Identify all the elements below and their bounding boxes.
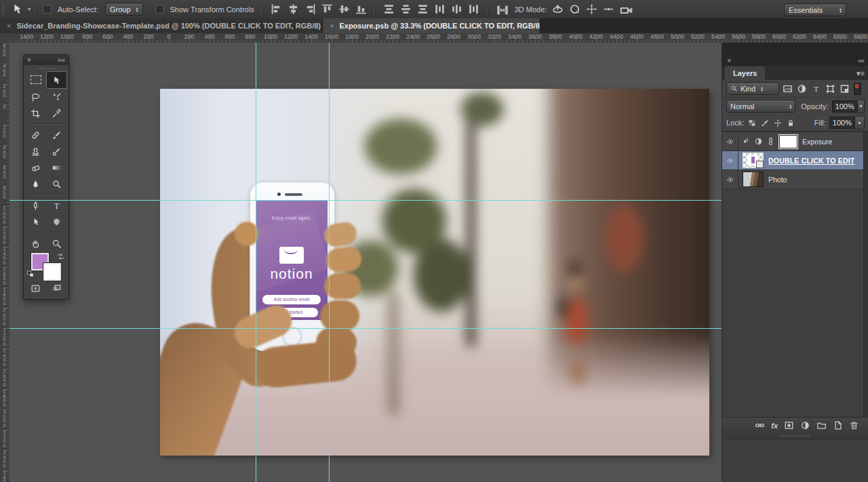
- auto-select-dropdown[interactable]: Group ▴▾: [105, 3, 143, 16]
- filter-type-layers-icon[interactable]: T: [810, 83, 822, 94]
- rectangular-marquee-tool[interactable]: [25, 71, 46, 87]
- visibility-toggle[interactable]: [722, 151, 738, 169]
- 3d-rotate-icon[interactable]: [551, 3, 564, 16]
- delete-layer-icon[interactable]: [849, 420, 859, 430]
- path-selection-tool[interactable]: [25, 214, 46, 230]
- auto-select-checkbox[interactable]: [43, 5, 52, 14]
- layers-panel-tab[interactable]: Layers: [725, 66, 765, 80]
- eyedropper-tool[interactable]: [46, 105, 67, 121]
- horizontal-guide[interactable]: [9, 200, 722, 201]
- magic-wand-tool[interactable]: [46, 89, 67, 105]
- horizontal-guide[interactable]: [9, 328, 722, 329]
- fill-value[interactable]: 100%: [829, 117, 855, 129]
- show-transform-checkbox[interactable]: [155, 5, 164, 14]
- fill-dropdown-icon[interactable]: ▼: [855, 116, 865, 129]
- filter-smart-objects-icon[interactable]: [839, 83, 850, 94]
- blend-mode-dropdown[interactable]: Normal ▴▾: [726, 100, 795, 113]
- align-horizontal-centers-icon[interactable]: [287, 3, 300, 16]
- filter-kind-dropdown[interactable]: Kind ▴▾: [726, 82, 779, 95]
- tab-exposure[interactable]: × Exposure.psb @ 33.3% (DOUBLE CLICK TO …: [323, 18, 540, 33]
- move-tool[interactable]: [46, 71, 67, 89]
- distribute-horizontal-centers-icon[interactable]: [450, 3, 463, 16]
- 3d-roll-icon[interactable]: [568, 3, 581, 16]
- lasso-tool[interactable]: [25, 89, 46, 105]
- new-group-icon[interactable]: [816, 420, 827, 430]
- panel-menu-icon[interactable]: ▾≡: [856, 69, 865, 78]
- distribute-left-edges-icon[interactable]: [433, 3, 446, 16]
- vertical-ruler[interactable]: 6 0 04 0 02 0 002 0 04 0 06 0 08 0 01 0 …: [0, 43, 10, 482]
- default-colors-icon[interactable]: [26, 270, 35, 278]
- workspace-dropdown[interactable]: Essentials ▴▾: [784, 3, 846, 16]
- close-palette-icon[interactable]: ×: [27, 56, 31, 64]
- opacity-dropdown-icon[interactable]: ▼: [858, 100, 865, 113]
- visibility-toggle[interactable]: [722, 132, 738, 150]
- tools-palette-grip[interactable]: [24, 65, 68, 71]
- shape-tool[interactable]: [46, 214, 67, 230]
- layer-row-double-click-to-edit[interactable]: DOUBLE CLICK TO EDIT: [722, 151, 868, 170]
- distribute-spacing-icon[interactable]: [495, 3, 510, 16]
- close-tab-icon[interactable]: ×: [7, 22, 11, 30]
- visibility-toggle[interactable]: [722, 170, 738, 188]
- distribute-vertical-centers-icon[interactable]: [399, 3, 412, 16]
- align-top-edges-icon[interactable]: [321, 3, 334, 16]
- tools-palette-header[interactable]: × ««: [24, 55, 68, 65]
- filter-pixel-layers-icon[interactable]: [782, 83, 793, 94]
- lock-position-icon[interactable]: [773, 119, 783, 127]
- eraser-tool[interactable]: [25, 159, 46, 176]
- distribute-top-edges-icon[interactable]: [382, 3, 395, 16]
- tab-sidecar-branding[interactable]: × Sidecar_Branding-Showcase-Template.psd…: [0, 18, 323, 33]
- vertical-guide[interactable]: [256, 43, 256, 482]
- hand-tool[interactable]: [25, 235, 46, 252]
- layer-name[interactable]: Exposure: [802, 138, 832, 146]
- align-bottom-edges-icon[interactable]: [355, 3, 368, 16]
- layer-name[interactable]: Photo: [768, 176, 787, 184]
- align-left-edges-icon[interactable]: [270, 3, 283, 16]
- opacity-value[interactable]: 100%: [832, 100, 858, 113]
- horizontal-ruler[interactable]: 1400120010008006004002000200400600800100…: [9, 33, 868, 43]
- close-tab-icon[interactable]: ×: [330, 22, 334, 30]
- 3d-camera-icon[interactable]: [619, 3, 634, 16]
- canvas-image[interactable]: Enjoy email again. notion Add another em…: [160, 89, 709, 456]
- zoom-tool[interactable]: [46, 235, 67, 252]
- align-right-edges-icon[interactable]: [304, 3, 317, 16]
- quick-mask-tool[interactable]: [25, 280, 46, 296]
- layer-name[interactable]: DOUBLE CLICK TO EDIT: [768, 157, 854, 165]
- align-vertical-centers-icon[interactable]: [338, 3, 351, 16]
- ruler-corner[interactable]: [0, 33, 10, 43]
- layer-styles-icon[interactable]: fx: [771, 422, 778, 430]
- add-layer-mask-icon[interactable]: [784, 420, 794, 430]
- swap-colors-icon[interactable]: [56, 252, 65, 261]
- layer-filtering-toggle[interactable]: [854, 83, 861, 95]
- close-panel-icon[interactable]: ×: [727, 56, 731, 64]
- distribute-right-edges-icon[interactable]: [467, 3, 480, 16]
- move-tool-icon[interactable]: [11, 3, 24, 16]
- options-bar-grip[interactable]: [3, 3, 9, 16]
- smart-object-thumbnail[interactable]: [743, 153, 764, 168]
- link-layers-icon[interactable]: [755, 420, 765, 430]
- scrollbar-track[interactable]: [863, 132, 868, 417]
- document-area[interactable]: Enjoy email again. notion Add another em…: [9, 43, 722, 482]
- gradient-tool[interactable]: [46, 159, 67, 176]
- collapse-palette-icon[interactable]: ««: [58, 56, 65, 64]
- collapse-panel-icon[interactable]: ««: [858, 57, 864, 64]
- crop-tool[interactable]: [25, 105, 46, 121]
- filter-adjustment-layers-icon[interactable]: [796, 83, 808, 94]
- tool-preset-caret-icon[interactable]: ▾: [28, 6, 31, 12]
- lock-transparency-icon[interactable]: [747, 119, 757, 127]
- spot-healing-brush-tool[interactable]: [25, 127, 46, 143]
- dodge-tool[interactable]: [46, 176, 67, 192]
- new-layer-icon[interactable]: [833, 420, 843, 430]
- lock-image-icon[interactable]: [760, 119, 770, 127]
- layer-mask-thumbnail[interactable]: [779, 135, 797, 148]
- layer-row-photo[interactable]: Photo: [722, 170, 868, 189]
- screen-mode-tool[interactable]: [46, 280, 67, 296]
- vertical-guide[interactable]: [329, 43, 330, 482]
- brush-tool[interactable]: [46, 127, 67, 143]
- distribute-bottom-edges-icon[interactable]: [416, 3, 429, 16]
- layer-thumbnail[interactable]: [743, 172, 764, 187]
- 3d-slide-icon[interactable]: [602, 3, 615, 16]
- layer-row-exposure[interactable]: Exposure: [722, 132, 868, 151]
- blur-tool[interactable]: [25, 176, 46, 192]
- filter-shape-layers-icon[interactable]: [825, 83, 836, 94]
- lock-all-icon[interactable]: [786, 119, 795, 127]
